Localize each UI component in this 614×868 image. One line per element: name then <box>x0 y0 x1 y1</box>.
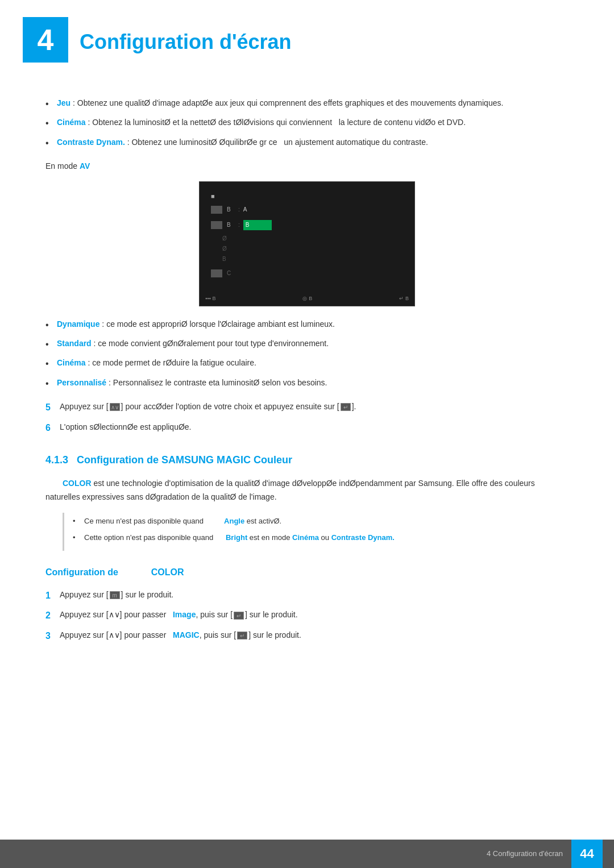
list-item: Standard : ce mode convient gØnØralement… <box>45 337 569 350</box>
section-number: 4.1.3 <box>45 454 74 466</box>
note-box: Ce menu n'est pas disponible quand Angle… <box>63 513 569 551</box>
step-text: Appuyez sur [∧∨] pour passer MAGIC, puis… <box>60 629 569 641</box>
screen-bottom-item: ▪▪▪ B <box>205 294 216 302</box>
item-text: : Obtenez la luminositØ et la nettetØ de… <box>88 118 466 127</box>
step-text: Appuyez sur [m] sur le produit. <box>60 588 569 601</box>
note-highlight: Angle <box>224 517 244 525</box>
menu-icon: m <box>110 591 120 599</box>
screen-row-icon <box>211 269 222 277</box>
list-item: Jeu : Obtenez une qualitØ d'image adaptØ… <box>45 97 569 109</box>
list-item: Cinéma : Obtenez la luminositØ et la net… <box>45 116 569 128</box>
chapter-title: Configuration d'écran <box>80 17 292 59</box>
item-label: Cinéma <box>57 358 86 367</box>
config-step-1: 1 Appuyez sur [m] sur le produit. <box>45 588 569 603</box>
bottom-label: B <box>213 294 216 302</box>
item-text: : Personnalisez le contraste eta luminos… <box>109 378 327 387</box>
sub-config-space <box>121 567 148 577</box>
screen-row-label: B <box>227 205 235 214</box>
step-text: L'option sØlectionnØe est appliquØe. <box>60 421 569 433</box>
screen-bottom-item: ↵ B <box>399 294 409 302</box>
top-bullet-list: Jeu : Obtenez une qualitØ d'image adaptØ… <box>45 97 569 148</box>
intro-text: est une technologie d'optimisation de la… <box>45 479 535 501</box>
bottom-bullet-list: Dynamique : ce mode est appropriØ lorsqu… <box>45 318 569 389</box>
chapter-number-box: 4 <box>23 17 68 63</box>
item-text: : ce mode permet de rØduire la fatigue o… <box>88 358 256 367</box>
enter-icon: ↵ <box>237 632 247 639</box>
section-heading-413: 4.1.3 Configuration de SAMSUNG MAGIC Cou… <box>45 452 569 468</box>
screen-row-separator: : <box>238 205 240 214</box>
screen-row-icon <box>211 206 222 214</box>
note-text: Ce menu n'est pas disponible quand <box>84 517 222 525</box>
step-text: Appuyez sur [∧∨] pour accØder l'option d… <box>60 400 569 413</box>
sub-config-before: Configuration de <box>45 567 118 577</box>
av-highlight: AV <box>80 161 90 171</box>
screen-row-label: C <box>227 269 235 278</box>
screen-row: B : A <box>206 203 408 217</box>
footer-page-number: 44 <box>571 840 603 868</box>
screen-image: ■ B : A B : B <box>199 181 415 306</box>
step-number: 5 <box>45 400 60 415</box>
screen-row: B : B <box>206 218 408 232</box>
screen-row: C <box>206 267 408 280</box>
list-item: Contraste Dynam. : Obtenez une luminosit… <box>45 136 569 148</box>
screen-row-separator: : <box>238 221 240 230</box>
item-text: : Obtenez une luminositØ ØquilibrØe gr c… <box>127 138 428 147</box>
item-label: Contraste Dynam. <box>57 138 125 147</box>
list-item: Cinéma : ce mode permet de rØduire la fa… <box>45 356 569 369</box>
en-mode-text: En mode AV <box>45 160 569 172</box>
bottom-icon-circle: ◎ <box>302 294 307 302</box>
note-text-after: est activØ. <box>247 517 281 525</box>
note-highlight3: Contraste Dynam. <box>331 533 395 542</box>
list-item: Personnalisé : Personnalisez le contrast… <box>45 376 569 389</box>
screen-row-value-selected: B <box>243 220 272 230</box>
note-bullet-list: Ce menu n'est pas disponible quand Angle… <box>73 516 569 544</box>
bottom-icon-return: ↵ <box>399 294 404 302</box>
screen-sub-options: Ø Ø B <box>206 234 408 264</box>
section-title: Configuration de SAMSUNG MAGIC Couleur <box>77 454 292 466</box>
arrow-icon: ∧∨ <box>110 403 120 411</box>
screen-inner: ■ B : A B : B <box>206 189 408 289</box>
step-text: Appuyez sur [∧∨] pour passer Image, puis… <box>60 608 569 621</box>
note-highlight: Bright <box>226 533 247 542</box>
footer-text: 4 Configuration d'écran <box>487 848 563 860</box>
item-label: Standard <box>57 339 92 348</box>
config-step-3: 3 Appuyez sur [∧∨] pour passer MAGIC, pu… <box>45 629 569 643</box>
note-text-or: ou <box>321 533 331 542</box>
bottom-label: B <box>405 294 409 302</box>
color-keyword: COLOR <box>63 479 92 488</box>
item-text: : ce mode convient gØnØralement pour tou… <box>94 339 329 348</box>
step-number: 1 <box>45 588 60 603</box>
page-container: 4 Configuration d'écran Jeu : Obtenez un… <box>0 0 614 868</box>
enter-icon: ↵ <box>341 403 351 411</box>
item-text: : Obtenez une qualitØ d'image adaptØe au… <box>73 98 503 107</box>
item-label: Personnalisé <box>57 378 106 387</box>
step-number: 6 <box>45 421 60 435</box>
screen-row-value: A <box>243 205 247 214</box>
enter-icon: ↵ <box>234 612 244 620</box>
chapter-number: 4 <box>38 25 54 55</box>
note-text-mid: est en mode <box>250 533 292 542</box>
step-5: 5 Appuyez sur [∧∨] pour accØder l'option… <box>45 400 569 415</box>
sub-config-heading: Configuration de COLOR <box>45 565 569 580</box>
header-section: 4 Configuration d'écran <box>0 0 614 74</box>
item-label: Cinéma <box>57 118 86 127</box>
note-item: Cette option n'est pas disponible quand … <box>73 532 569 544</box>
screen-menu-rows: B : A B : B Ø Ø B <box>206 203 408 281</box>
main-content: Jeu : Obtenez une qualitØ d'image adaptØ… <box>0 74 614 672</box>
screen-row-label: B <box>227 221 235 230</box>
page-footer: 4 Configuration d'écran 44 <box>0 840 614 868</box>
step-number: 3 <box>45 629 60 643</box>
image-highlight: Image <box>173 610 196 619</box>
screen-bottom-item: ◎ B <box>302 294 312 302</box>
screen-row-icon <box>211 221 222 229</box>
item-text: : ce mode est appropriØ lorsque l'Øclair… <box>102 319 335 329</box>
sub-config-highlight: COLOR <box>151 567 184 577</box>
item-label: Dynamique <box>57 319 99 329</box>
bottom-label: B <box>309 294 312 302</box>
bottom-icon-battery: ▪▪▪ <box>205 294 211 302</box>
step-6: 6 L'option sØlectionnØe est appliquØe. <box>45 421 569 435</box>
list-item: Dynamique : ce mode est appropriØ lorsqu… <box>45 318 569 330</box>
note-text: Cette option n'est pas disponible quand <box>84 533 223 542</box>
config-step-2: 2 Appuyez sur [∧∨] pour passer Image, pu… <box>45 608 569 623</box>
note-item: Ce menu n'est pas disponible quand Angle… <box>73 516 569 528</box>
